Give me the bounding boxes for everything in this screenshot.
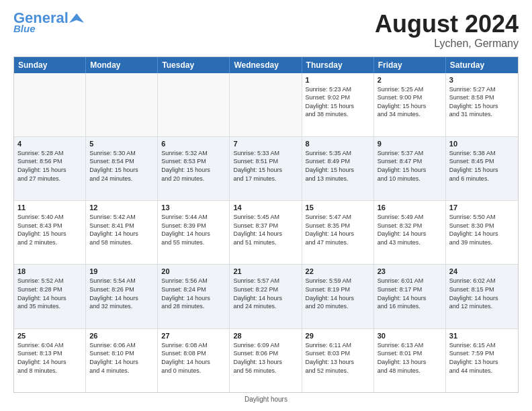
day-number: 22 <box>306 267 370 275</box>
cell-detail: Sunrise: 6:04 AM Sunset: 8:13 PM Dayligh… <box>17 341 82 375</box>
cell-detail: Sunrise: 6:02 AM Sunset: 8:15 PM Dayligh… <box>449 277 515 310</box>
cell-detail: Sunrise: 5:30 AM Sunset: 8:54 PM Dayligh… <box>89 149 154 183</box>
cell-detail: Sunrise: 6:09 AM Sunset: 8:06 PM Dayligh… <box>233 341 298 375</box>
cell-detail: Sunrise: 5:32 AM Sunset: 8:53 PM Dayligh… <box>161 149 226 183</box>
footer-note: Daylight hours <box>13 393 519 404</box>
cell-detail: Sunrise: 6:15 AM Sunset: 7:59 PM Dayligh… <box>449 341 515 375</box>
cal-cell-5: 5Sunrise: 5:30 AM Sunset: 8:54 PM Daylig… <box>86 137 158 200</box>
cal-cell-4: 4Sunrise: 5:28 AM Sunset: 8:56 PM Daylig… <box>14 137 86 200</box>
cell-detail: Sunrise: 6:01 AM Sunset: 8:17 PM Dayligh… <box>378 277 442 310</box>
cal-cell-1: 1Sunrise: 5:23 AM Sunset: 9:02 PM Daylig… <box>302 73 374 136</box>
cal-cell-15: 15Sunrise: 5:47 AM Sunset: 8:35 PM Dayli… <box>302 201 374 264</box>
cal-cell-6: 6Sunrise: 5:32 AM Sunset: 8:53 PM Daylig… <box>158 137 230 200</box>
day-number: 2 <box>378 76 442 84</box>
day-number: 3 <box>449 76 515 84</box>
day-number: 14 <box>233 203 298 212</box>
cal-header-wednesday: Wednesday <box>230 57 302 73</box>
cal-cell-10: 10Sunrise: 5:38 AM Sunset: 8:45 PM Dayli… <box>446 137 518 200</box>
day-number: 15 <box>306 203 370 212</box>
cal-week-0: 1Sunrise: 5:23 AM Sunset: 9:02 PM Daylig… <box>14 73 518 136</box>
cal-cell-18: 18Sunrise: 5:52 AM Sunset: 8:28 PM Dayli… <box>14 265 86 328</box>
day-number: 23 <box>378 267 442 275</box>
day-number: 8 <box>306 140 370 148</box>
cell-detail: Sunrise: 5:54 AM Sunset: 8:26 PM Dayligh… <box>89 277 154 310</box>
cell-detail: Sunrise: 5:28 AM Sunset: 8:56 PM Dayligh… <box>17 149 82 183</box>
cell-detail: Sunrise: 6:06 AM Sunset: 8:10 PM Dayligh… <box>89 341 154 375</box>
cell-detail: Sunrise: 5:59 AM Sunset: 8:19 PM Dayligh… <box>306 277 370 310</box>
cal-header-tuesday: Tuesday <box>158 57 230 73</box>
cell-detail: Sunrise: 6:13 AM Sunset: 8:01 PM Dayligh… <box>378 341 442 375</box>
cal-week-2: 11Sunrise: 5:40 AM Sunset: 8:43 PM Dayli… <box>14 200 518 264</box>
cal-cell-28: 28Sunrise: 6:09 AM Sunset: 8:06 PM Dayli… <box>230 329 302 392</box>
day-number: 7 <box>233 140 298 148</box>
cal-cell-24: 24Sunrise: 6:02 AM Sunset: 8:15 PM Dayli… <box>446 265 518 328</box>
cal-header-sunday: Sunday <box>14 57 86 73</box>
cal-cell-25: 25Sunrise: 6:04 AM Sunset: 8:13 PM Dayli… <box>14 329 86 392</box>
day-number: 26 <box>89 332 154 340</box>
cell-detail: Sunrise: 5:52 AM Sunset: 8:28 PM Dayligh… <box>17 277 82 310</box>
cell-detail: Sunrise: 5:44 AM Sunset: 8:39 PM Dayligh… <box>161 213 226 246</box>
day-number: 30 <box>378 332 442 340</box>
cal-cell-26: 26Sunrise: 6:06 AM Sunset: 8:10 PM Dayli… <box>86 329 158 392</box>
page: General Blue August 2024 Lychen, Germany… <box>0 0 532 411</box>
day-number: 24 <box>449 267 515 275</box>
cal-header-friday: Friday <box>374 57 446 73</box>
calendar-header: SundayMondayTuesdayWednesdayThursdayFrid… <box>14 57 518 73</box>
day-number: 6 <box>161 140 226 148</box>
cell-detail: Sunrise: 5:33 AM Sunset: 8:51 PM Dayligh… <box>233 149 298 183</box>
cal-header-thursday: Thursday <box>302 57 374 73</box>
day-number: 17 <box>449 203 515 212</box>
cal-cell-31: 31Sunrise: 6:15 AM Sunset: 7:59 PM Dayli… <box>446 329 518 392</box>
cal-header-monday: Monday <box>86 57 158 73</box>
cell-detail: Sunrise: 5:56 AM Sunset: 8:24 PM Dayligh… <box>161 277 226 310</box>
cal-cell-8: 8Sunrise: 5:35 AM Sunset: 8:49 PM Daylig… <box>302 137 374 200</box>
cal-cell-16: 16Sunrise: 5:49 AM Sunset: 8:32 PM Dayli… <box>374 201 446 264</box>
cell-detail: Sunrise: 5:47 AM Sunset: 8:35 PM Dayligh… <box>306 213 370 246</box>
cell-detail: Sunrise: 5:27 AM Sunset: 8:58 PM Dayligh… <box>449 85 515 119</box>
day-number: 9 <box>378 140 442 148</box>
cal-cell-14: 14Sunrise: 5:45 AM Sunset: 8:37 PM Dayli… <box>230 201 302 264</box>
cal-cell-3: 3Sunrise: 5:27 AM Sunset: 8:58 PM Daylig… <box>446 73 518 136</box>
cell-detail: Sunrise: 5:57 AM Sunset: 8:22 PM Dayligh… <box>233 277 298 310</box>
cal-cell-empty-0-1 <box>86 73 158 136</box>
day-number: 11 <box>17 203 82 212</box>
footer-note-text: Daylight hours <box>245 396 287 403</box>
day-number: 13 <box>161 203 226 212</box>
cal-cell-22: 22Sunrise: 5:59 AM Sunset: 8:19 PM Dayli… <box>302 265 374 328</box>
svg-marker-0 <box>69 13 84 23</box>
header: General Blue August 2024 Lychen, Germany <box>13 11 519 50</box>
day-number: 16 <box>378 203 442 212</box>
cell-detail: Sunrise: 5:38 AM Sunset: 8:45 PM Dayligh… <box>449 149 515 183</box>
month-year: August 2024 <box>375 11 519 38</box>
day-number: 27 <box>161 332 226 340</box>
day-number: 18 <box>17 267 82 275</box>
day-number: 12 <box>89 203 154 212</box>
cal-cell-2: 2Sunrise: 5:25 AM Sunset: 9:00 PM Daylig… <box>374 73 446 136</box>
logo-bird-icon <box>69 11 84 26</box>
cell-detail: Sunrise: 6:08 AM Sunset: 8:08 PM Dayligh… <box>161 341 226 375</box>
day-number: 28 <box>233 332 298 340</box>
cal-cell-7: 7Sunrise: 5:33 AM Sunset: 8:51 PM Daylig… <box>230 137 302 200</box>
location: Lychen, Germany <box>375 38 519 50</box>
day-number: 19 <box>89 267 154 275</box>
day-number: 10 <box>449 140 515 148</box>
cal-cell-13: 13Sunrise: 5:44 AM Sunset: 8:39 PM Dayli… <box>158 201 230 264</box>
cal-header-saturday: Saturday <box>446 57 518 73</box>
cal-cell-12: 12Sunrise: 5:42 AM Sunset: 8:41 PM Dayli… <box>86 201 158 264</box>
cell-detail: Sunrise: 5:49 AM Sunset: 8:32 PM Dayligh… <box>378 213 442 246</box>
logo-blue: Blue <box>13 23 36 34</box>
cal-cell-empty-0-0 <box>14 73 86 136</box>
calendar: SundayMondayTuesdayWednesdayThursdayFrid… <box>13 56 519 393</box>
cal-cell-30: 30Sunrise: 6:13 AM Sunset: 8:01 PM Dayli… <box>374 329 446 392</box>
cal-cell-17: 17Sunrise: 5:50 AM Sunset: 8:30 PM Dayli… <box>446 201 518 264</box>
logo: General Blue <box>13 11 84 34</box>
calendar-body: 1Sunrise: 5:23 AM Sunset: 9:02 PM Daylig… <box>14 73 518 392</box>
cal-cell-21: 21Sunrise: 5:57 AM Sunset: 8:22 PM Dayli… <box>230 265 302 328</box>
cell-detail: Sunrise: 6:11 AM Sunset: 8:03 PM Dayligh… <box>306 341 370 375</box>
cell-detail: Sunrise: 5:37 AM Sunset: 8:47 PM Dayligh… <box>378 149 442 183</box>
day-number: 4 <box>17 140 82 148</box>
day-number: 1 <box>306 76 370 84</box>
cal-cell-19: 19Sunrise: 5:54 AM Sunset: 8:26 PM Dayli… <box>86 265 158 328</box>
day-number: 20 <box>161 267 226 275</box>
day-number: 25 <box>17 332 82 340</box>
